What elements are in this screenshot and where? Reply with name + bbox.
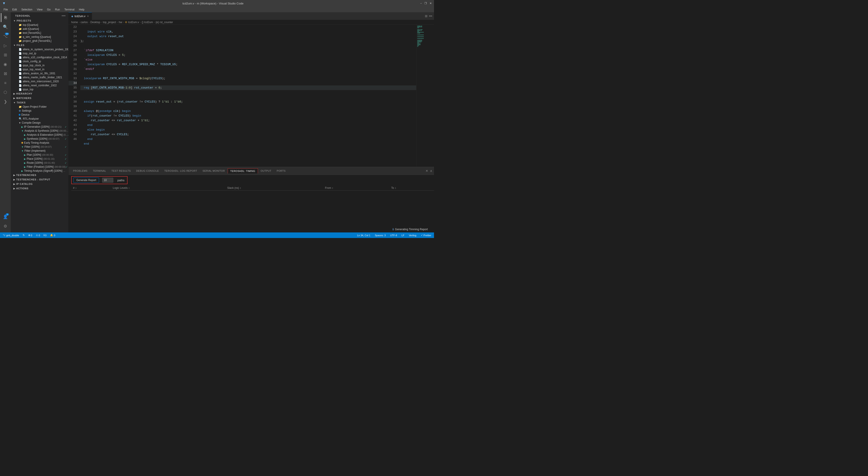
status-sync[interactable]: ↻ xyxy=(22,234,26,237)
task-fitter-finalize[interactable]: ▶ Fitter (Finalize) [100%] (00:00:33) ✓ xyxy=(11,165,68,169)
activity-extensions[interactable]: ⊞ xyxy=(1,51,10,59)
menu-view[interactable]: View xyxy=(35,7,44,11)
panel-tab-log-report[interactable]: TEROSHDL: LOG REPORT xyxy=(162,168,200,173)
file-avalon-fifo[interactable]: 📄 altera_avalon_sc_fifo_1931 xyxy=(11,71,68,75)
task-fitter[interactable]: ▼ Fitter [100%] (00:04:07) ✓ xyxy=(11,145,68,149)
task-ip-gen[interactable]: ▶ IP Generation [100%] (00:00:21) ✓ xyxy=(11,125,68,129)
testbenches-section-header[interactable]: ▶ TESTBENCHES xyxy=(11,173,68,177)
project-test[interactable]: 📁 test [TerosHDL] xyxy=(11,31,68,35)
watchers-section-header[interactable]: ▶ WATCHERS xyxy=(11,96,68,100)
file-mm-interconnect[interactable]: 📄 altera_mm_interconnect_1920 xyxy=(11,80,68,84)
status-warnings[interactable]: ⚠ 0 xyxy=(35,234,41,237)
task-route[interactable]: ▶ Route [100%] (00:01:40) ✓ xyxy=(11,161,68,165)
task-settings[interactable]: ⚙ Settings xyxy=(11,109,68,113)
task-fitter-implement[interactable]: ▼ Fitter (Implement) xyxy=(11,149,68,153)
file-altera-isps[interactable]: 📄 altera_in_system_sources_probes_1921 xyxy=(11,47,68,52)
task-plan[interactable]: ▶ Plan [100%] (00:00:30) ✓ xyxy=(11,153,68,157)
col-from[interactable]: From ↕ xyxy=(323,186,390,191)
ip-catalog-section-header[interactable]: ▶ IP CATALOG xyxy=(11,182,68,186)
status-formatter[interactable]: ✓ Prettier xyxy=(420,234,432,237)
project-top[interactable]: 📁 top [Quartus] xyxy=(11,23,68,27)
task-open-folder[interactable]: 📁 Open Project Folder xyxy=(11,105,68,109)
task-device[interactable]: Device xyxy=(11,113,68,117)
code-editor[interactable]: input wire clk, output wire reset_out );… xyxy=(79,25,416,167)
breadcrumb-carlos[interactable]: carlos xyxy=(81,21,88,24)
more-actions-icon[interactable]: ••• xyxy=(429,14,432,18)
menu-edit[interactable]: Edit xyxy=(10,7,19,11)
col-number[interactable]: # ↕ xyxy=(71,186,111,191)
activity-source-control[interactable]: ⌥ 33 xyxy=(1,32,10,41)
activity-extra4[interactable]: ❯ xyxy=(1,97,10,106)
activity-run[interactable]: ▷ xyxy=(1,41,10,50)
breadcrumb-hw[interactable]: hw xyxy=(119,21,122,24)
status-encoding[interactable]: UTF-8 xyxy=(389,234,398,237)
status-line-col[interactable]: Ln 34, Col 1 xyxy=(356,234,371,237)
panel-tab-ports[interactable]: PORTS xyxy=(274,168,288,173)
task-analysis-synthesis[interactable]: ▼ Analysis & Synthesis [100%] (00:00...)… xyxy=(11,129,68,133)
restore-button[interactable]: ❐ xyxy=(425,2,427,5)
panel-tab-debug[interactable]: DEBUG CONSOLE xyxy=(133,168,162,173)
col-logic-levels[interactable]: Logic Levels ↕ xyxy=(111,186,225,191)
task-rtl-analyzer[interactable]: 🔍 RTL Analyzer xyxy=(11,117,68,121)
activity-extra1[interactable]: ⊠ xyxy=(1,69,10,78)
file-clock-config[interactable]: 📄 clock_config_ip xyxy=(11,59,68,63)
file-qsys-top[interactable]: 📄 qsys_top xyxy=(11,87,68,91)
file-merlin[interactable]: 📄 altera_merlin_traffic_limiter_1921 xyxy=(11,75,68,80)
panel-close-icon[interactable]: ✕ xyxy=(426,169,428,172)
status-info[interactable]: ℹ 0 xyxy=(43,234,48,237)
status-eol[interactable]: LF xyxy=(401,234,405,237)
paths-input[interactable] xyxy=(102,178,113,183)
split-editor-icon[interactable]: ⊞ xyxy=(425,14,428,18)
panel-tab-terminal[interactable]: TERMINAL xyxy=(90,168,109,173)
tab-close-button[interactable]: ✕ xyxy=(87,15,89,18)
activity-teroshdl[interactable]: ◉ xyxy=(1,60,10,69)
close-button[interactable]: ✕ xyxy=(430,2,432,5)
menu-terminal[interactable]: Terminal xyxy=(63,7,76,11)
status-errors[interactable]: ⊗ 0 xyxy=(27,234,33,237)
task-early-timing[interactable]: Early Timing Analysis xyxy=(11,141,68,145)
file-qsys-reset[interactable]: 📄 qsys_top_reset_in xyxy=(11,67,68,71)
sidebar-more-icon[interactable]: ••• xyxy=(62,14,66,18)
file-altera-s10[interactable]: 📄 altera_s10_configuration_clock_1914 xyxy=(11,55,68,59)
menu-run[interactable]: Run xyxy=(53,7,62,11)
task-synthesis[interactable]: ▶ Synthesis [100%] (00:00:07) ✓ xyxy=(11,137,68,141)
panel-maximize-icon[interactable]: ∧ xyxy=(430,169,432,172)
testbenches-output-section-header[interactable]: ▶ TESTBENCHES - OUTPUT xyxy=(11,177,68,182)
actions-section-header[interactable]: ▶ ACTIONS xyxy=(11,186,68,191)
file-issp[interactable]: 📄 issp_out_ip xyxy=(11,52,68,55)
col-to[interactable]: To ↕ xyxy=(390,186,434,191)
activity-extra3[interactable]: ⬡ xyxy=(1,88,10,97)
status-branch[interactable]: ⌥ gnb_double xyxy=(2,234,20,237)
task-timing-signoff[interactable]: ▶ Timing Analysis (Signoff) [100%] ... xyxy=(11,169,68,173)
tasks-section-header[interactable]: ▼ TASKS xyxy=(11,100,68,105)
panel-tab-output[interactable]: OUTPUT xyxy=(258,168,274,173)
status-language[interactable]: Verilog xyxy=(408,234,417,237)
panel-tab-problems[interactable]: PROBLEMS xyxy=(70,168,90,173)
breadcrumb-module[interactable]: {} tcd2um xyxy=(142,21,153,24)
file-reset-controller[interactable]: 📄 altera_reset_controller_1922 xyxy=(11,84,68,87)
activity-settings[interactable]: ⚙ xyxy=(1,222,10,231)
hierarchy-section-header[interactable]: ▶ HIERARCHY xyxy=(11,91,68,96)
activity-search[interactable]: 🔍 xyxy=(1,23,10,31)
projects-section-header[interactable]: ▼ PROJECTS xyxy=(11,19,68,23)
status-spaces[interactable]: Spaces: 3 xyxy=(374,234,386,237)
generate-report-button[interactable]: Generate Report xyxy=(73,178,99,183)
breadcrumb-top-project[interactable]: top_project xyxy=(103,21,116,24)
editor-tab-tcd2um[interactable]: ◈ tcd2um.v ✕ xyxy=(68,12,92,20)
code-container[interactable]: 22 23 24 25 26 27 28 29 30 31 32 33 34 3… xyxy=(68,25,434,167)
menu-selection[interactable]: Selection xyxy=(20,7,34,11)
panel-tab-test-results[interactable]: TEST RESULTS xyxy=(109,168,133,173)
project-add[interactable]: 📁 add [Quartus] xyxy=(11,27,68,31)
activity-explorer[interactable]: ⎘ xyxy=(1,13,10,22)
breadcrumb-home[interactable]: home xyxy=(71,21,78,24)
col-slack[interactable]: Slack (ns) ↕ xyxy=(225,186,323,191)
breadcrumb-rst-counter[interactable]: {e} rst_counter xyxy=(156,21,173,24)
menu-file[interactable]: File xyxy=(2,7,9,11)
breadcrumb-desktop[interactable]: Desktop xyxy=(90,21,100,24)
panel-tab-timing[interactable]: TEROSHDL: TIMING xyxy=(228,168,258,173)
project-ghdl[interactable]: 📁 project_ghdl [TerosHDL] xyxy=(11,39,68,43)
window-controls[interactable]: − ❐ ✕ xyxy=(420,2,432,5)
minimize-button[interactable]: − xyxy=(420,2,422,5)
menu-help[interactable]: Help xyxy=(77,7,86,11)
breadcrumb-tcd2um-file[interactable]: tcd2um.v xyxy=(128,21,139,24)
